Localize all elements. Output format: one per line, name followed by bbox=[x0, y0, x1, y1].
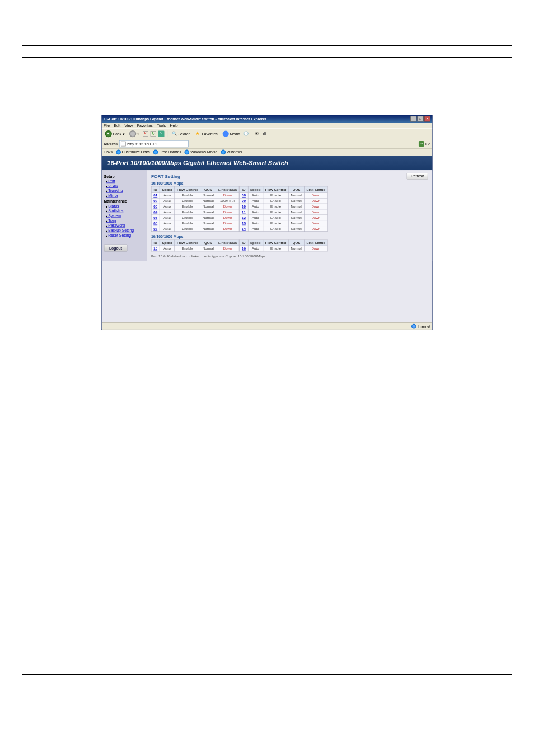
col-header: Speed bbox=[248, 240, 263, 246]
link-customize[interactable]: Customize Links bbox=[116, 150, 150, 155]
cell-qos: Normal bbox=[289, 192, 305, 198]
go-button[interactable]: Go bbox=[419, 141, 430, 147]
port-id-link[interactable]: 01 bbox=[151, 192, 160, 198]
statusbar: Internet bbox=[102, 322, 432, 329]
sidebar-item-reset[interactable]: Reset Setting bbox=[104, 233, 145, 238]
port-id-link[interactable]: 13 bbox=[240, 220, 248, 226]
menu-favorites[interactable]: Favorites bbox=[137, 124, 153, 128]
menubar: File Edit View Favorites Tools Help bbox=[102, 123, 432, 128]
cell-link: 100M Full bbox=[216, 198, 239, 204]
menu-edit[interactable]: Edit bbox=[114, 124, 120, 128]
table-row: 04AutoEnableNormalDown bbox=[151, 209, 239, 215]
col-header: ID bbox=[151, 186, 160, 192]
port-id-link[interactable]: 12 bbox=[240, 215, 248, 220]
port-id-link[interactable]: 07 bbox=[151, 226, 160, 232]
port-id-link[interactable]: 02 bbox=[151, 198, 160, 204]
logout-button[interactable]: Logout bbox=[104, 245, 128, 251]
internet-zone-icon bbox=[411, 324, 416, 329]
port-id-link[interactable]: 10 bbox=[240, 204, 248, 209]
col-header: Link Status bbox=[305, 240, 327, 246]
forward-button[interactable]: ▾ bbox=[128, 130, 141, 138]
home-icon[interactable] bbox=[158, 131, 165, 137]
media-button[interactable]: Media bbox=[221, 130, 242, 138]
sidebar-item-vlan[interactable]: VLAN bbox=[104, 184, 145, 189]
port-id-link[interactable]: 04 bbox=[151, 209, 160, 215]
menu-view[interactable]: View bbox=[125, 124, 133, 128]
cell-qos: Normal bbox=[200, 192, 216, 198]
cell-flow: Enable bbox=[175, 192, 200, 198]
port-id-link[interactable]: 06 bbox=[151, 220, 160, 226]
cell-flow: Enable bbox=[175, 215, 200, 220]
back-icon bbox=[105, 130, 111, 137]
port-id-link[interactable]: 09 bbox=[240, 198, 248, 204]
port-table-left-2: IDSpeedFlow ControlQOSLink Status15AutoE… bbox=[151, 240, 240, 252]
cell-speed: Auto bbox=[160, 204, 175, 209]
cell-flow: Enable bbox=[263, 209, 289, 215]
port-id-link[interactable]: 14 bbox=[240, 226, 248, 232]
media-icon bbox=[222, 131, 228, 137]
table-row: 06AutoEnableNormalDown bbox=[151, 220, 239, 226]
address-label: Address bbox=[104, 142, 118, 145]
sidebar-item-password[interactable]: Password bbox=[104, 223, 145, 228]
sidebar-item-system[interactable]: System bbox=[104, 213, 145, 218]
ie-icon bbox=[185, 150, 190, 155]
port-id-link[interactable]: 15 bbox=[151, 246, 160, 251]
refresh-button[interactable]: Refresh bbox=[407, 173, 428, 179]
port-id-link[interactable]: 08 bbox=[240, 192, 248, 198]
ie-icon bbox=[116, 150, 121, 155]
address-input[interactable]: http://192.168.0.1 bbox=[119, 140, 189, 147]
linksbar: Links Customize Links Free Hotmail Windo… bbox=[102, 149, 432, 156]
menu-help[interactable]: Help bbox=[170, 124, 178, 128]
table-row: 03AutoEnableNormalDown bbox=[151, 204, 239, 209]
cell-speed: Auto bbox=[160, 198, 175, 204]
cell-flow: Enable bbox=[263, 226, 289, 232]
sidebar-item-statistics[interactable]: Statistics bbox=[104, 208, 145, 213]
refresh-icon[interactable] bbox=[151, 131, 156, 137]
sidebar-item-port[interactable]: Port bbox=[104, 179, 145, 184]
ie-icon bbox=[221, 150, 226, 155]
history-icon[interactable] bbox=[243, 131, 249, 137]
back-button[interactable]: Back ▾ bbox=[104, 130, 126, 138]
search-icon bbox=[172, 131, 177, 137]
cell-speed: Auto bbox=[248, 215, 263, 220]
links-label: Links bbox=[104, 150, 113, 154]
col-header: Link Status bbox=[216, 240, 239, 246]
port-id-link[interactable]: 11 bbox=[240, 209, 248, 215]
sidebar-item-trunking[interactable]: Trunking bbox=[104, 188, 145, 193]
link-media[interactable]: Windows Media bbox=[185, 150, 218, 155]
forward-icon bbox=[129, 130, 136, 137]
table-row: 08AutoEnableNormalDown bbox=[240, 192, 327, 198]
cell-flow: Enable bbox=[263, 220, 289, 226]
print-icon[interactable] bbox=[263, 131, 268, 137]
cell-speed: Auto bbox=[248, 198, 263, 204]
col-header: ID bbox=[151, 240, 160, 246]
maximize-button[interactable]: □ bbox=[417, 116, 423, 121]
sidebar-item-mirror[interactable]: Mirror bbox=[104, 193, 145, 198]
page-banner: 16-Port 10/100/1000Mbps Gigabit Ethernet… bbox=[102, 156, 432, 170]
link-hotmail[interactable]: Free Hotmail bbox=[153, 150, 181, 155]
note-text: Port 15 & 16 default on unlinked media t… bbox=[151, 254, 428, 258]
minimize-button[interactable]: _ bbox=[410, 116, 416, 121]
sidebar-item-backup[interactable]: Backup Setting bbox=[104, 228, 145, 233]
titlebar: 16-Port 10/100/1000Mbps Gigabit Ethernet… bbox=[102, 115, 432, 123]
cell-link: Down bbox=[305, 220, 327, 226]
link-windows[interactable]: Windows bbox=[221, 150, 242, 155]
close-button[interactable]: ✕ bbox=[424, 116, 430, 121]
cell-speed: Auto bbox=[248, 204, 263, 209]
search-button[interactable]: Search bbox=[170, 130, 191, 137]
port-tables-1: IDSpeedFlow ControlQOSLink Status01AutoE… bbox=[151, 186, 428, 232]
sidebar-item-status[interactable]: Status bbox=[104, 204, 145, 209]
stop-icon[interactable] bbox=[143, 131, 148, 137]
port-id-link[interactable]: 03 bbox=[151, 204, 160, 209]
port-id-link[interactable]: 16 bbox=[240, 246, 248, 251]
menu-file[interactable]: File bbox=[104, 124, 110, 128]
col-header: Flow Control bbox=[175, 240, 200, 246]
sidebar-item-trap[interactable]: Trap bbox=[104, 218, 145, 223]
port-id-link[interactable]: 05 bbox=[151, 215, 160, 220]
mail-icon[interactable] bbox=[255, 131, 261, 137]
menu-tools[interactable]: Tools bbox=[157, 124, 166, 128]
favorites-button[interactable]: Favorites bbox=[194, 130, 219, 137]
cell-link: Down bbox=[216, 246, 239, 251]
toolbar: Back ▾ ▾ Search Favorites Media bbox=[102, 128, 432, 139]
cell-flow: Enable bbox=[175, 246, 200, 251]
